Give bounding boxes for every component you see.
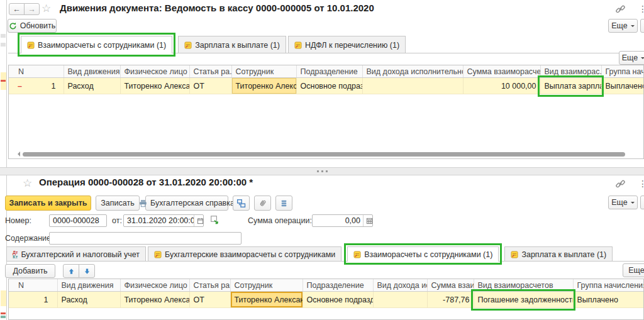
- column-header[interactable]: Физическое лицо: [120, 65, 189, 78]
- partial-button[interactable]: [640, 196, 644, 209]
- chevron-down-icon: [631, 25, 635, 29]
- column-header[interactable]: Сотрудник: [230, 279, 303, 292]
- column-header[interactable]: N: [9, 279, 57, 292]
- column-header[interactable]: Физическое лицо: [120, 279, 189, 292]
- favorite-star-icon[interactable]: ☆: [23, 178, 32, 189]
- cell-movement-kind[interactable]: Расход: [64, 78, 120, 94]
- more-button-top-titlebar[interactable]: Еще: [608, 19, 638, 33]
- save-button[interactable]: Записать: [96, 196, 140, 211]
- tab-salary-payable[interactable]: Зарплата к выплате (1): [178, 36, 286, 53]
- cell-amount[interactable]: -787,76: [427, 292, 474, 308]
- column-header[interactable]: Вид движения: [64, 65, 120, 78]
- more-dots-icon[interactable]: ⋮: [638, 179, 644, 188]
- register-records-button[interactable]: [275, 196, 292, 211]
- chevron-down-icon: [641, 57, 644, 61]
- scroll-left-icon[interactable]: [15, 152, 20, 157]
- horizontal-scrollbar[interactable]: [15, 152, 641, 157]
- cell-accrual-group[interactable]: Выплачено: [573, 292, 644, 308]
- row-number[interactable]: 1: [9, 292, 57, 308]
- column-header[interactable]: Вид взаиморас...: [540, 65, 601, 78]
- cell-person[interactable]: Титоренко Александр...: [120, 292, 189, 308]
- accounting-note-button[interactable]: Бухгалтерская справка: [145, 196, 228, 211]
- save-and-close-button[interactable]: Записать и закрыть: [5, 196, 91, 211]
- number-input[interactable]: 0000-000028: [49, 214, 107, 227]
- background-window-fragment: [1, 316, 6, 318]
- tab-salary-payable-bottom[interactable]: Зарплата к выплате (1): [504, 246, 613, 262]
- operation-sum-input[interactable]: 0,00: [312, 214, 373, 227]
- forward-button[interactable]: →: [24, 3, 40, 15]
- column-header[interactable]: Статья ра...: [189, 279, 230, 292]
- cell-income-kind[interactable]: [373, 292, 427, 308]
- cell-settlement-kind-annotated[interactable]: Выплата зарпла...: [540, 78, 601, 94]
- cell-income-kind[interactable]: [362, 78, 463, 94]
- table-row[interactable]: 1 Расход Титоренко Александр... ОТ Титор…: [9, 292, 644, 308]
- cell-employee-selected[interactable]: Титоренко Алекса...: [231, 78, 296, 94]
- background-window-fragment: [1, 80, 6, 82]
- column-header[interactable]: Сумма взаим...: [427, 279, 474, 292]
- column-header[interactable]: Подразделение: [303, 279, 373, 292]
- add-row-button[interactable]: Добавить: [5, 264, 55, 278]
- move-row-down-button[interactable]: [79, 264, 95, 278]
- partial-button[interactable]: [640, 19, 644, 33]
- set-current-date-icon[interactable]: [210, 215, 220, 225]
- register-icon: [294, 41, 302, 49]
- back-button[interactable]: ←: [9, 3, 25, 15]
- more-dots-icon[interactable]: ⋮: [638, 4, 644, 13]
- tab-accounting-settlements-employees[interactable]: Бухгалтерские взаиморасчеты с сотрудника…: [148, 246, 341, 262]
- refresh-button[interactable]: Обновить: [8, 19, 57, 33]
- cell-article[interactable]: ОТ: [189, 78, 231, 94]
- column-header[interactable]: Статья ра...: [189, 65, 231, 78]
- top-movements-table[interactable]: N Вид движения Физическое лицо Статья ра…: [8, 65, 644, 159]
- table-row[interactable]: –1 Расход Титоренко Алекса... ОТ Титорен…: [9, 78, 644, 94]
- tab-settlements-with-employees[interactable]: Взаиморасчеты с сотрудниками (1): [21, 36, 172, 53]
- tab-ndfl-transfer[interactable]: НДФЛ к перечислению (1): [288, 36, 406, 53]
- column-header[interactable]: Группа начисл: [601, 65, 644, 78]
- column-header[interactable]: Подразделение: [296, 65, 362, 78]
- dt-kt-icon: ДтКт: [13, 250, 18, 259]
- attachments-button[interactable]: [254, 196, 271, 211]
- content-input[interactable]: [49, 232, 242, 245]
- background-window-fragment: [1, 290, 6, 306]
- cell-movement-kind[interactable]: Расход: [57, 292, 120, 308]
- more-button-bottom-titlebar[interactable]: Еще: [608, 196, 638, 209]
- bottom-panel-title: Операция 0000-000028 от 31.01.2020 20:00…: [39, 177, 253, 187]
- accounting-note-label: Бухгалтерская справка: [150, 199, 235, 207]
- move-row-up-button[interactable]: [63, 264, 79, 278]
- more-button-bottom-table[interactable]: Еще: [623, 263, 644, 277]
- cell-person[interactable]: Титоренко Алекса...: [120, 78, 189, 94]
- background-window-fragment: [1, 312, 6, 314]
- link-icon[interactable]: [615, 179, 626, 189]
- panel-splitter[interactable]: [0, 167, 644, 175]
- tab-settlements-with-employees-bottom[interactable]: Взаиморасчеты с сотрудниками (1): [347, 246, 499, 262]
- related-documents-icon: [236, 199, 246, 208]
- column-header[interactable]: Группа начисления удер: [573, 279, 644, 292]
- tab-label: Взаиморасчеты с сотрудниками (1): [364, 250, 492, 259]
- calendar-picker-button[interactable]: [194, 215, 206, 226]
- column-header[interactable]: Сотрудник: [231, 65, 296, 78]
- scrollbar-thumb[interactable]: [23, 152, 625, 157]
- cell-amount[interactable]: 10 000,00: [463, 78, 540, 94]
- date-input[interactable]: 31.01.2020 20:00:00: [123, 214, 204, 227]
- cell-accrual-group[interactable]: Выплачено: [601, 78, 644, 94]
- column-header[interactable]: Вид движения: [57, 279, 120, 292]
- refresh-icon: [9, 22, 17, 30]
- cell-article[interactable]: ОТ: [189, 292, 230, 308]
- column-header[interactable]: Вид дохода исполнительного ...: [362, 65, 463, 78]
- bottom-settlements-table[interactable]: N Вид движения Физическое лицо Статья ра…: [8, 279, 644, 320]
- column-header[interactable]: Вид дохода ис...: [373, 279, 427, 292]
- favorite-star-icon[interactable]: ☆: [42, 3, 51, 14]
- more-label: Еще: [611, 198, 627, 207]
- cell-settlement-kind-annotated[interactable]: Погашение задолженности по...: [474, 292, 573, 308]
- column-header[interactable]: N: [9, 65, 64, 78]
- cell-department[interactable]: Основное подраз...: [296, 78, 362, 94]
- more-button-top-table[interactable]: Еще: [619, 51, 644, 65]
- more-label: Еще: [622, 53, 638, 62]
- cell-employee-selected[interactable]: Титоренко Александр...: [230, 292, 303, 308]
- column-header[interactable]: Вид взаиморасчетов: [474, 279, 573, 292]
- document-structure-button[interactable]: [233, 196, 250, 211]
- calculator-button[interactable]: [363, 215, 375, 226]
- link-icon[interactable]: [615, 4, 626, 14]
- tab-accounting-and-tax[interactable]: ДтКт Бухгалтерский и налоговый учет: [6, 246, 146, 262]
- cell-department[interactable]: Основное подраздел...: [303, 292, 373, 308]
- column-header[interactable]: Сумма взаиморасчетов: [463, 65, 540, 78]
